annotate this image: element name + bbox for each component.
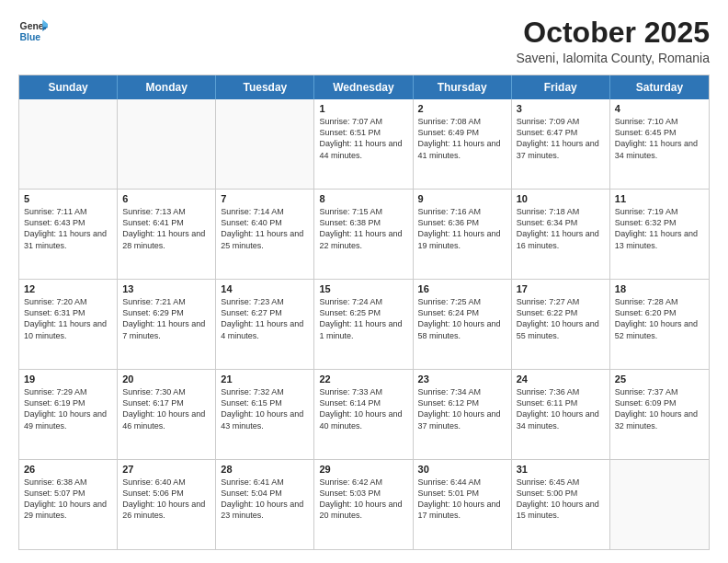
svg-text:Blue: Blue: [20, 32, 41, 42]
day-info: Sunrise: 7:23 AMSunset: 6:27 PMDaylight:…: [221, 296, 309, 341]
day-cell-19: 19Sunrise: 7:29 AMSunset: 6:19 PMDayligh…: [19, 370, 118, 459]
subtitle: Saveni, Ialomita County, Romania: [516, 51, 710, 65]
calendar-header: SundayMondayTuesdayWednesdayThursdayFrid…: [19, 75, 709, 99]
day-number: 6: [122, 193, 210, 204]
day-cell-22: 22Sunrise: 7:33 AMSunset: 6:14 PMDayligh…: [314, 370, 413, 459]
day-info: Sunrise: 6:45 AMSunset: 5:00 PMDaylight:…: [517, 477, 605, 522]
title-block: October 2025 Saveni, Ialomita County, Ro…: [516, 17, 710, 65]
day-number: 5: [24, 193, 112, 204]
day-number: 25: [615, 373, 704, 385]
day-number: 30: [418, 464, 506, 475]
day-info: Sunrise: 7:16 AMSunset: 6:36 PMDaylight:…: [418, 206, 506, 251]
day-cell-11: 11Sunrise: 7:19 AMSunset: 6:32 PMDayligh…: [610, 190, 709, 279]
day-number: 19: [24, 373, 112, 385]
header-day-tuesday: Tuesday: [216, 75, 314, 99]
day-cell-13: 13Sunrise: 7:21 AMSunset: 6:29 PMDayligh…: [118, 280, 216, 369]
main-title: October 2025: [516, 17, 710, 49]
header: General Blue October 2025 Saveni, Ialomi…: [18, 17, 710, 65]
header-day-monday: Monday: [118, 75, 216, 99]
day-info: Sunrise: 7:18 AMSunset: 6:34 PMDaylight:…: [517, 206, 605, 251]
day-cell-31: 31Sunrise: 6:45 AMSunset: 5:00 PMDayligh…: [512, 460, 610, 549]
day-cell-30: 30Sunrise: 6:44 AMSunset: 5:01 PMDayligh…: [414, 460, 512, 549]
day-number: 11: [615, 193, 704, 204]
day-number: 14: [221, 283, 309, 294]
calendar-row-0: 1Sunrise: 7:07 AMSunset: 6:51 PMDaylight…: [19, 99, 709, 190]
day-number: 26: [24, 464, 112, 475]
day-cell-7: 7Sunrise: 7:14 AMSunset: 6:40 PMDaylight…: [216, 190, 314, 279]
day-number: 29: [319, 464, 407, 475]
day-info: Sunrise: 7:25 AMSunset: 6:24 PMDaylight:…: [418, 296, 506, 341]
day-info: Sunrise: 7:36 AMSunset: 6:11 PMDaylight:…: [517, 386, 605, 431]
calendar-body: 1Sunrise: 7:07 AMSunset: 6:51 PMDaylight…: [19, 99, 709, 549]
day-cell-6: 6Sunrise: 7:13 AMSunset: 6:41 PMDaylight…: [118, 190, 216, 279]
day-info: Sunrise: 7:24 AMSunset: 6:25 PMDaylight:…: [319, 296, 407, 341]
calendar-row-3: 19Sunrise: 7:29 AMSunset: 6:19 PMDayligh…: [19, 370, 709, 460]
day-info: Sunrise: 6:44 AMSunset: 5:01 PMDaylight:…: [418, 477, 506, 522]
day-cell-29: 29Sunrise: 6:42 AMSunset: 5:03 PMDayligh…: [314, 460, 413, 549]
day-cell-10: 10Sunrise: 7:18 AMSunset: 6:34 PMDayligh…: [512, 190, 610, 279]
calendar-row-1: 5Sunrise: 7:11 AMSunset: 6:43 PMDaylight…: [19, 190, 709, 280]
day-number: 16: [418, 283, 506, 294]
day-info: Sunrise: 7:33 AMSunset: 6:14 PMDaylight:…: [319, 386, 407, 431]
day-number: 20: [122, 373, 210, 385]
day-cell-24: 24Sunrise: 7:36 AMSunset: 6:11 PMDayligh…: [512, 370, 610, 459]
header-day-thursday: Thursday: [414, 75, 512, 99]
empty-cell: [19, 99, 118, 189]
empty-cell: [610, 460, 709, 549]
day-info: Sunrise: 7:07 AMSunset: 6:51 PMDaylight:…: [319, 116, 407, 161]
day-number: 12: [24, 283, 112, 294]
day-number: 3: [517, 103, 605, 114]
day-number: 15: [319, 283, 407, 294]
day-info: Sunrise: 6:38 AMSunset: 5:07 PMDaylight:…: [24, 477, 112, 522]
day-info: Sunrise: 6:40 AMSunset: 5:06 PMDaylight:…: [122, 477, 210, 522]
day-info: Sunrise: 7:34 AMSunset: 6:12 PMDaylight:…: [418, 386, 506, 431]
header-day-sunday: Sunday: [19, 75, 118, 99]
day-number: 21: [221, 373, 309, 385]
day-number: 27: [122, 464, 210, 475]
day-cell-26: 26Sunrise: 6:38 AMSunset: 5:07 PMDayligh…: [19, 460, 118, 549]
day-cell-5: 5Sunrise: 7:11 AMSunset: 6:43 PMDaylight…: [19, 190, 118, 279]
day-cell-15: 15Sunrise: 7:24 AMSunset: 6:25 PMDayligh…: [314, 280, 413, 369]
header-day-friday: Friday: [512, 75, 610, 99]
day-number: 22: [319, 373, 407, 385]
calendar-row-2: 12Sunrise: 7:20 AMSunset: 6:31 PMDayligh…: [19, 280, 709, 370]
day-number: 7: [221, 193, 309, 204]
day-cell-17: 17Sunrise: 7:27 AMSunset: 6:22 PMDayligh…: [512, 280, 610, 369]
day-info: Sunrise: 7:29 AMSunset: 6:19 PMDaylight:…: [24, 386, 112, 431]
day-number: 23: [418, 373, 506, 385]
header-day-wednesday: Wednesday: [314, 75, 413, 99]
day-number: 4: [615, 103, 704, 114]
day-info: Sunrise: 7:30 AMSunset: 6:17 PMDaylight:…: [122, 386, 210, 431]
day-number: 17: [517, 283, 605, 294]
page: General Blue October 2025 Saveni, Ialomi…: [0, 0, 728, 563]
day-info: Sunrise: 7:11 AMSunset: 6:43 PMDaylight:…: [24, 206, 112, 251]
day-number: 9: [418, 193, 506, 204]
day-info: Sunrise: 7:21 AMSunset: 6:29 PMDaylight:…: [122, 296, 210, 341]
logo-icon: General Blue: [18, 17, 48, 46]
day-cell-9: 9Sunrise: 7:16 AMSunset: 6:36 PMDaylight…: [414, 190, 512, 279]
day-number: 2: [418, 103, 506, 114]
day-info: Sunrise: 7:27 AMSunset: 6:22 PMDaylight:…: [517, 296, 605, 341]
logo: General Blue: [18, 17, 48, 46]
day-number: 31: [517, 464, 605, 475]
day-number: 18: [615, 283, 704, 294]
day-info: Sunrise: 7:13 AMSunset: 6:41 PMDaylight:…: [122, 206, 210, 251]
day-info: Sunrise: 7:15 AMSunset: 6:38 PMDaylight:…: [319, 206, 407, 251]
day-number: 8: [319, 193, 407, 204]
day-cell-18: 18Sunrise: 7:28 AMSunset: 6:20 PMDayligh…: [610, 280, 709, 369]
day-info: Sunrise: 7:37 AMSunset: 6:09 PMDaylight:…: [615, 386, 704, 431]
day-number: 13: [122, 283, 210, 294]
day-info: Sunrise: 7:10 AMSunset: 6:45 PMDaylight:…: [615, 116, 704, 161]
day-number: 1: [319, 103, 407, 114]
day-cell-21: 21Sunrise: 7:32 AMSunset: 6:15 PMDayligh…: [216, 370, 314, 459]
day-cell-28: 28Sunrise: 6:41 AMSunset: 5:04 PMDayligh…: [216, 460, 314, 549]
empty-cell: [216, 99, 314, 189]
day-info: Sunrise: 7:19 AMSunset: 6:32 PMDaylight:…: [615, 206, 704, 251]
day-number: 10: [517, 193, 605, 204]
day-info: Sunrise: 7:20 AMSunset: 6:31 PMDaylight:…: [24, 296, 112, 341]
day-cell-25: 25Sunrise: 7:37 AMSunset: 6:09 PMDayligh…: [610, 370, 709, 459]
day-cell-14: 14Sunrise: 7:23 AMSunset: 6:27 PMDayligh…: [216, 280, 314, 369]
day-cell-1: 1Sunrise: 7:07 AMSunset: 6:51 PMDaylight…: [314, 99, 413, 189]
day-info: Sunrise: 7:08 AMSunset: 6:49 PMDaylight:…: [418, 116, 506, 161]
day-cell-20: 20Sunrise: 7:30 AMSunset: 6:17 PMDayligh…: [118, 370, 216, 459]
